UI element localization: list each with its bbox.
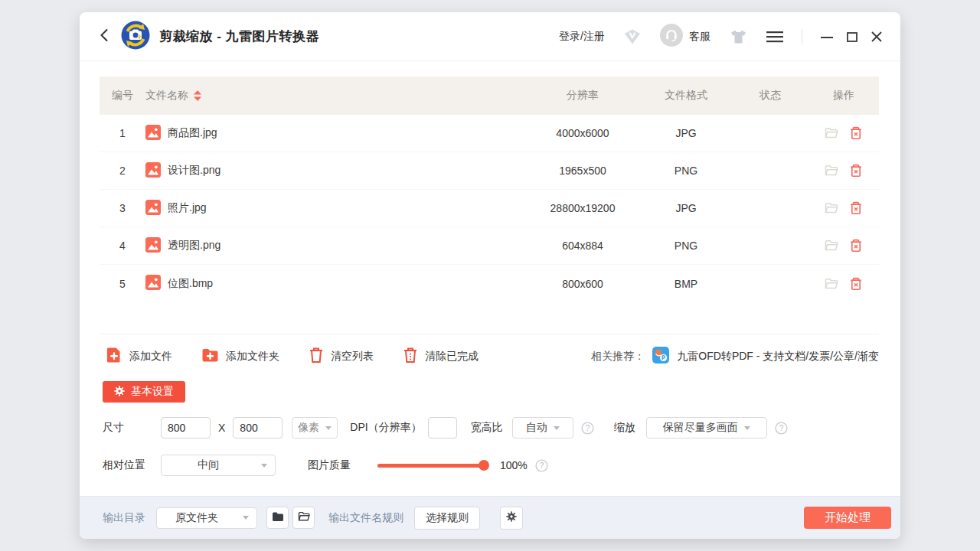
row-index: 5: [100, 278, 145, 290]
recommend-label: 相关推荐：: [591, 350, 645, 364]
clear-list-button[interactable]: 清空列表: [309, 347, 374, 366]
ofd-to-pdf-app-icon: [652, 347, 669, 366]
delete-file-icon[interactable]: [849, 126, 863, 140]
table-row: 2 设计图.png 1965x500 PNG: [100, 152, 879, 190]
height-input[interactable]: [233, 417, 283, 439]
slider-handle[interactable]: [479, 460, 489, 471]
gear-icon: [506, 511, 517, 524]
table-row: 1 商品图.jpg 4000x6000 JPG: [100, 115, 879, 152]
col-header-resolution: 分辨率: [525, 89, 640, 103]
image-file-icon: [145, 162, 161, 180]
dpi-input[interactable]: [428, 417, 457, 439]
clear-completed-button[interactable]: 清除已完成: [403, 347, 479, 366]
zoom-help-icon[interactable]: ?: [775, 422, 788, 435]
zoom-mode-select[interactable]: 保留尽量多画面: [646, 417, 767, 439]
svg-text:?: ?: [779, 424, 783, 432]
col-header-name: 文件名称: [145, 89, 188, 103]
file-resolution: 4000x6000: [525, 127, 640, 139]
recommend-link[interactable]: 九雷OFD转PDF - 支持文档/发票/公章/渐变: [677, 350, 879, 364]
file-format: PNG: [640, 240, 732, 252]
delete-file-icon[interactable]: [849, 239, 863, 253]
sort-icon[interactable]: [193, 90, 202, 102]
clear-completed-trash-icon: [403, 347, 418, 366]
open-folder-icon[interactable]: [825, 165, 838, 177]
gear-icon: [114, 386, 125, 399]
title-bar: 剪裁缩放 - 九雷图片转换器 登录/注册: [80, 12, 900, 61]
add-folder-button[interactable]: 清空列表 添加文件夹: [201, 347, 279, 365]
select-rule-button[interactable]: 选择规则: [414, 507, 480, 530]
table-header-row: 编号 文件名称 分辨率 文件格式 状态 操作: [100, 77, 879, 115]
folder-icon: [272, 511, 284, 524]
svg-text:?: ?: [585, 424, 590, 432]
choose-folder-button[interactable]: [266, 507, 289, 529]
col-header-index: 编号: [100, 89, 145, 103]
aspect-ratio-select[interactable]: 自动: [512, 417, 573, 439]
rule-settings-button[interactable]: [500, 507, 523, 530]
open-folder-icon[interactable]: [825, 240, 838, 252]
file-resolution: 1965x500: [525, 165, 640, 177]
row-index: 4: [100, 240, 145, 252]
output-dir-label: 输出目录: [103, 511, 145, 525]
basic-settings-button[interactable]: 基本设置: [103, 381, 185, 403]
theme-shirt-icon[interactable]: [729, 28, 748, 45]
position-select[interactable]: 中间: [161, 455, 276, 476]
chevron-down-icon: [243, 516, 249, 520]
quality-help-icon[interactable]: ?: [535, 459, 548, 472]
file-name: 商品图.jpg: [168, 126, 217, 140]
start-processing-button[interactable]: 开始处理: [804, 507, 891, 529]
login-register-link[interactable]: 登录/注册: [559, 30, 605, 44]
image-file-icon: [145, 275, 161, 292]
position-label: 相对位置: [103, 458, 156, 472]
app-logo-icon: [121, 21, 150, 52]
file-name: 设计图.png: [168, 164, 220, 178]
file-format: PNG: [640, 165, 732, 177]
maximize-button[interactable]: [847, 31, 858, 42]
open-folder-icon: [298, 511, 310, 524]
close-button[interactable]: [871, 31, 882, 42]
file-format: BMP: [640, 278, 732, 290]
clear-list-trash-icon: [309, 347, 324, 366]
file-resolution: 604x884: [525, 240, 640, 252]
open-output-folder-button[interactable]: [292, 507, 315, 529]
delete-file-icon[interactable]: [849, 277, 863, 291]
col-header-action: 操作: [808, 89, 879, 103]
file-name: 位图.bmp: [168, 277, 213, 291]
dpi-label: DPI（分辨率）: [350, 421, 421, 435]
filename-rule-label: 输出文件名规则: [328, 511, 403, 525]
file-format: JPG: [640, 202, 732, 214]
open-folder-icon[interactable]: [825, 278, 838, 290]
image-file-icon: [145, 125, 161, 142]
delete-file-icon[interactable]: [849, 164, 863, 178]
delete-file-icon[interactable]: [849, 201, 863, 215]
svg-text:?: ?: [540, 461, 544, 470]
chevron-down-icon: [261, 464, 267, 468]
row-index: 1: [100, 127, 145, 139]
file-name: 照片.jpg: [168, 201, 207, 215]
quality-slider[interactable]: [377, 460, 485, 471]
quality-percent: 100%: [500, 459, 528, 471]
list-toolbar: 添加文件 清空列表 添加文件夹 清空列表 清除已完成 相关推荐：: [106, 347, 879, 366]
image-file-icon: [145, 237, 161, 255]
size-separator: X: [218, 422, 225, 434]
minimize-button[interactable]: [821, 31, 833, 42]
app-window: 剪裁缩放 - 九雷图片转换器 登录/注册: [80, 12, 900, 539]
width-input[interactable]: [161, 417, 211, 439]
file-resolution: 800x600: [525, 278, 640, 290]
window-title: 剪裁缩放 - 九雷图片转换器: [159, 28, 319, 45]
menu-icon[interactable]: [766, 31, 783, 43]
chevron-down-icon: [325, 426, 332, 430]
unit-select[interactable]: 像素: [292, 417, 338, 439]
add-file-button[interactable]: 添加文件: [106, 347, 172, 366]
back-button[interactable]: [96, 27, 112, 46]
open-folder-icon[interactable]: [825, 127, 838, 139]
open-folder-icon[interactable]: [825, 202, 838, 214]
position-quality-row: 相对位置 中间 图片质量 100% ?: [103, 455, 900, 476]
image-file-icon: [145, 200, 161, 217]
aspect-help-icon[interactable]: ?: [581, 422, 594, 435]
output-dir-select[interactable]: 原文件夹: [156, 507, 257, 529]
chevron-down-icon: [744, 426, 750, 430]
titlebar-divider: [802, 29, 802, 44]
row-index: 3: [100, 202, 145, 214]
customer-service-button[interactable]: 客服: [660, 24, 710, 49]
vip-badge-icon[interactable]: [623, 28, 642, 45]
